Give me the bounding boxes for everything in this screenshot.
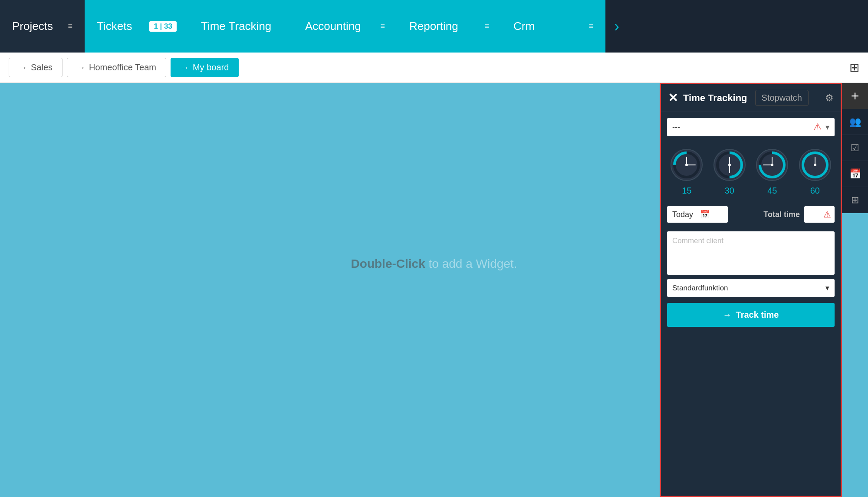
menu-icon-projects: ≡: [68, 22, 72, 31]
comment-client-input[interactable]: Comment client: [667, 231, 835, 275]
svg-point-11: [728, 164, 731, 166]
nav-item-reporting[interactable]: Reporting ≡: [397, 0, 501, 53]
double-click-rest: to add a Widget.: [425, 257, 517, 270]
sub-nav: → Sales → Homeoffice Team → My board ⊞: [0, 53, 868, 83]
users-sidebar-icon[interactable]: 👥: [842, 109, 868, 135]
arrow-icon-sales: →: [19, 63, 27, 72]
tickets-badge: 1 | 33: [149, 21, 177, 32]
clock-45-label: 45: [767, 186, 777, 196]
stopwatch-tab-label: Stopwatch: [762, 93, 802, 102]
clocks-row: 15 30: [661, 140, 841, 199]
dropdown-value: ---: [672, 123, 813, 132]
right-sidebar: 👥 ☑ 📅 ⊞: [842, 109, 868, 213]
clock-30-label: 30: [725, 186, 734, 196]
nav-item-crm[interactable]: Crm ≡: [501, 0, 605, 53]
chevron-down-icon: ▾: [825, 122, 829, 132]
svg-point-17: [771, 164, 773, 166]
chevron-down-icon: ▾: [825, 283, 829, 293]
date-input[interactable]: Today 📅: [667, 206, 728, 223]
comment-placeholder: Comment client: [672, 237, 723, 245]
nav-label-accounting: Accounting: [305, 20, 361, 33]
time-tracking-panel: ✕ Time Tracking Stopwatch ⚙ --- ⚠ ▾: [660, 83, 842, 497]
arrow-icon: ›: [614, 17, 619, 36]
panel-header: ✕ Time Tracking Stopwatch ⚙: [661, 84, 841, 112]
nav-item-time-tracking[interactable]: Time Tracking: [189, 0, 293, 53]
stopwatch-tab[interactable]: Stopwatch: [755, 90, 809, 106]
panel-title: Time Tracking: [683, 92, 747, 104]
clock-45[interactable]: 45: [755, 148, 789, 196]
nav-item-accounting[interactable]: Accounting ≡: [293, 0, 397, 53]
subnav-myboard-label: My board: [193, 63, 229, 72]
total-time-warn-icon: ⚠: [823, 209, 831, 220]
clock-45-svg: [755, 148, 789, 182]
menu-icon-reporting: ≡: [484, 22, 489, 31]
nav-label-crm: Crm: [513, 20, 535, 33]
arrow-icon-homeoffice: →: [77, 63, 85, 72]
menu-icon-accounting: ≡: [380, 22, 385, 31]
menu-icon-crm: ≡: [589, 22, 593, 31]
nav-item-projects[interactable]: Projects ≡: [0, 0, 85, 53]
add-widget-button[interactable]: +: [842, 83, 868, 109]
double-click-bold: Double-Click: [351, 257, 425, 270]
subnav-homeoffice-label: Homeoffice Team: [89, 63, 156, 72]
track-time-label: Track time: [736, 310, 779, 320]
total-time-input[interactable]: ⚠: [804, 206, 835, 223]
track-time-button[interactable]: → Track time: [667, 303, 835, 327]
arrow-icon-myboard: →: [181, 63, 189, 72]
clock-15[interactable]: 15: [669, 148, 704, 196]
svg-point-23: [814, 164, 816, 166]
nav-item-tickets[interactable]: Tickets 1 | 33: [85, 0, 189, 53]
plus-icon: +: [851, 88, 859, 104]
nav-more-arrow[interactable]: ›: [605, 0, 628, 53]
nav-label-time-tracking: Time Tracking: [201, 20, 271, 33]
check-sidebar-icon[interactable]: ☑: [842, 135, 868, 161]
warn-icon: ⚠: [813, 122, 822, 133]
calendar-icon: 📅: [700, 210, 710, 219]
standard-function-label: Standardfunktion: [672, 284, 728, 293]
grid-view-icon[interactable]: ⊞: [849, 60, 859, 75]
clock-60-label: 60: [810, 186, 820, 196]
total-time-label: Total time: [736, 210, 800, 219]
main-area: Double-Click to add a Widget. + 👥 ☑ 📅 ⊞ …: [0, 83, 868, 497]
double-click-hint: Double-Click to add a Widget.: [351, 257, 517, 271]
clock-15-svg: [669, 148, 704, 182]
nav-label-tickets: Tickets: [97, 20, 132, 33]
nav-label-reporting: Reporting: [409, 20, 458, 33]
panel-settings-icon[interactable]: ⚙: [825, 92, 834, 104]
clock-30-svg: [712, 148, 747, 182]
clock-30[interactable]: 30: [712, 148, 747, 196]
subnav-sales-label: Sales: [31, 63, 53, 72]
subnav-sales[interactable]: → Sales: [9, 58, 62, 77]
subnav-myboard[interactable]: → My board: [171, 58, 239, 77]
nav-label-projects: Projects: [12, 20, 53, 33]
svg-point-5: [685, 164, 688, 166]
standard-function-dropdown[interactable]: Standardfunktion ▾: [667, 279, 835, 297]
date-row: Today 📅 Total time ⚠: [661, 202, 841, 227]
clock-60-svg: [798, 148, 832, 182]
task-dropdown[interactable]: --- ⚠ ▾: [667, 118, 835, 136]
top-nav: Projects ≡ Tickets 1 | 33 Time Tracking …: [0, 0, 868, 53]
clock-15-label: 15: [682, 186, 691, 196]
subnav-homeoffice[interactable]: → Homeoffice Team: [67, 58, 166, 77]
clock-60[interactable]: 60: [798, 148, 832, 196]
calendar-sidebar-icon[interactable]: 📅: [842, 161, 868, 187]
close-button[interactable]: ✕: [668, 91, 678, 105]
track-time-arrow-icon: →: [723, 310, 732, 320]
date-value: Today: [672, 210, 693, 219]
grid-sidebar-icon[interactable]: ⊞: [842, 187, 868, 213]
